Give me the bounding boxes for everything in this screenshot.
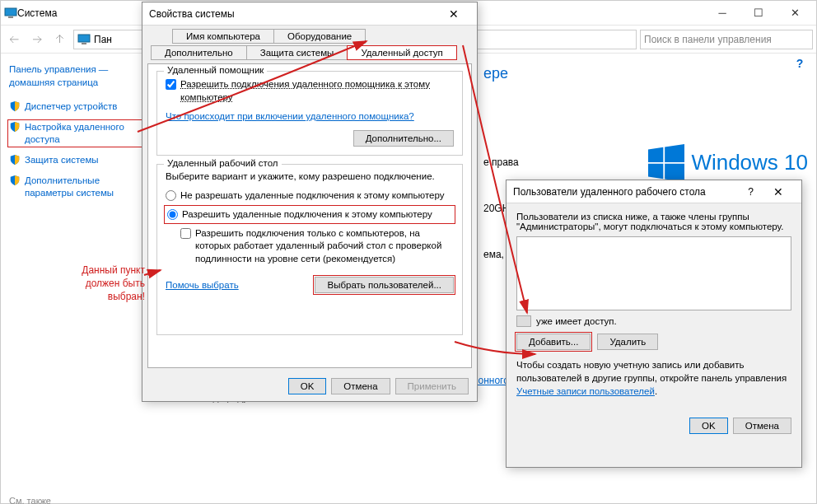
breadcrumb-icon (77, 33, 91, 46)
back-button[interactable]: 🡠 (4, 30, 24, 49)
cp-home-link[interactable]: Панель управления — домашняя страница (9, 63, 141, 89)
search-placeholder: Поиск в панели управления (644, 34, 772, 45)
rd-hint: Выберите вариант и укажите, кому разреше… (166, 171, 454, 181)
sysprops-tabs: Имя компьютера Оборудование Дополнительн… (147, 29, 472, 63)
windows-logo-text: Windows 10 (691, 150, 808, 175)
rusers-help-button[interactable]: ? (748, 186, 754, 198)
rd-disallow-label: Не разрешать удаленные подключения к это… (180, 189, 444, 202)
see-also-label: См. также (9, 496, 141, 504)
search-input[interactable]: Поиск в панели управления (640, 30, 813, 49)
rusers-cancel-button[interactable]: Отмена (733, 418, 791, 434)
sidebar-item-label: Настройка удаленного доступа (25, 121, 141, 146)
rusers-intro: Пользователи из списка ниже, а также чле… (516, 212, 791, 231)
windows-icon (648, 144, 684, 180)
rusers-ok-button[interactable]: OK (689, 418, 728, 434)
sidebar-device-manager[interactable]: Диспетчер устройств (9, 100, 141, 113)
sysprops-apply-button[interactable]: Применить (395, 378, 469, 394)
tab-computer-name[interactable]: Имя компьютера (172, 29, 274, 44)
remote-users-dialog: Пользователи удаленного рабочего стола ?… (506, 180, 802, 468)
ra-advanced-button[interactable]: Дополнительно... (353, 130, 454, 147)
maximize-button[interactable]: ☐ (740, 2, 777, 25)
rd-nla-label: Разрешить подключения только с компьютер… (195, 227, 454, 266)
rd-disallow-radio[interactable]: Не разрешать удаленные подключения к это… (166, 189, 454, 202)
sidebar-remote-settings[interactable]: Настройка удаленного доступа (9, 121, 141, 146)
svg-rect-1 (8, 16, 13, 18)
remote-desktop-group: Удаленный рабочий стол Выберите вариант … (156, 164, 463, 335)
user-icon (516, 315, 531, 327)
ra-allow-input[interactable] (166, 79, 176, 90)
sysprops-ok-button[interactable]: OK (288, 378, 327, 394)
sysprops-close-button[interactable]: ✕ (437, 3, 470, 25)
close-button[interactable]: ✕ (777, 2, 813, 25)
partial-rights: е права (483, 156, 519, 168)
rusers-already: уже имеет доступ. (536, 316, 617, 326)
breadcrumb-text: Пан (94, 34, 112, 45)
svg-rect-2 (78, 35, 90, 42)
windows-logo: Windows 10 (648, 144, 808, 180)
shield-icon (9, 175, 21, 186)
sysprops-titlebar: Свойства системы ✕ (142, 2, 477, 26)
rusers-remove-button[interactable]: Удалить (597, 334, 658, 350)
sidebar-advanced-settings[interactable]: Дополнительные параметры системы (9, 175, 141, 199)
ra-allow-checkbox[interactable]: Разрешить подключения удаленного помощни… (166, 78, 454, 104)
sysprops-buttons: OK Отмена Применить (142, 373, 477, 399)
svg-rect-3 (82, 43, 86, 44)
sidebar-item-label: Дополнительные параметры системы (25, 175, 141, 199)
rusers-accounts-link[interactable]: Учетные записи пользователей (516, 386, 655, 396)
shield-icon (9, 100, 21, 112)
minimize-button[interactable]: ─ (704, 2, 740, 25)
rusers-add-button[interactable]: Добавить... (516, 334, 591, 350)
sidebar-item-label: Защита системы (25, 154, 99, 166)
window-controls: ─ ☐ ✕ (704, 2, 813, 25)
rd-allow-input[interactable] (167, 209, 178, 220)
up-button[interactable]: 🡡 (50, 30, 70, 49)
rd-nla-checkbox[interactable]: Разрешить подключения только с компьютер… (180, 227, 454, 266)
forward-button[interactable]: 🡢 (27, 30, 47, 49)
rusers-create-text: Чтобы создать новую учетную запись или д… (516, 358, 791, 398)
sidebar-system-protection[interactable]: Защита системы (9, 154, 141, 166)
system-icon (4, 7, 17, 20)
partial-header: ере (483, 65, 803, 82)
rd-allow-label: Разрешить удаленные подключения к этому … (182, 208, 432, 221)
rd-legend: Удаленный рабочий стол (164, 158, 282, 168)
system-properties-dialog: Свойства системы ✕ Имя компьютера Оборуд… (142, 2, 478, 402)
shield-icon (9, 154, 21, 166)
svg-rect-0 (5, 8, 16, 16)
tab-remote[interactable]: Удаленный доступ (347, 45, 456, 60)
tab-hardware[interactable]: Оборудование (273, 29, 366, 44)
remote-assistance-group: Удаленный помощник Разрешить подключения… (156, 71, 463, 156)
shield-icon (9, 121, 21, 133)
remote-tab-page: Удаленный помощник Разрешить подключения… (147, 63, 472, 368)
ra-legend: Удаленный помощник (164, 65, 267, 75)
tab-advanced[interactable]: Дополнительно (151, 45, 247, 60)
rd-allow-radio[interactable]: Разрешить удаленные подключения к этому … (166, 207, 454, 222)
sysprops-cancel-button[interactable]: Отмена (331, 378, 390, 394)
rusers-close-button[interactable]: ✕ (762, 181, 795, 203)
sidebar-item-label: Диспетчер устройств (25, 100, 117, 113)
rusers-title: Пользователи удаленного рабочего стола (513, 186, 748, 198)
rd-select-users-button[interactable]: Выбрать пользователей... (315, 277, 454, 293)
ra-what-link[interactable]: Что происходит при включении удаленного … (166, 111, 414, 121)
tab-protection[interactable]: Защита системы (246, 45, 348, 60)
ra-allow-label: Разрешить подключения удаленного помощни… (180, 78, 454, 104)
rusers-body: Пользователи из списка ниже, а также чле… (507, 203, 801, 442)
rd-nla-input[interactable] (180, 228, 191, 239)
rusers-listbox[interactable] (516, 236, 791, 310)
rd-help-link[interactable]: Помочь выбрать (166, 280, 239, 290)
sysprops-title: Свойства системы (149, 8, 437, 20)
rd-disallow-input[interactable] (166, 190, 176, 201)
cp-sidebar: Панель управления — домашняя страница Ди… (1, 54, 149, 503)
rusers-titlebar: Пользователи удаленного рабочего стола ?… (507, 180, 801, 203)
